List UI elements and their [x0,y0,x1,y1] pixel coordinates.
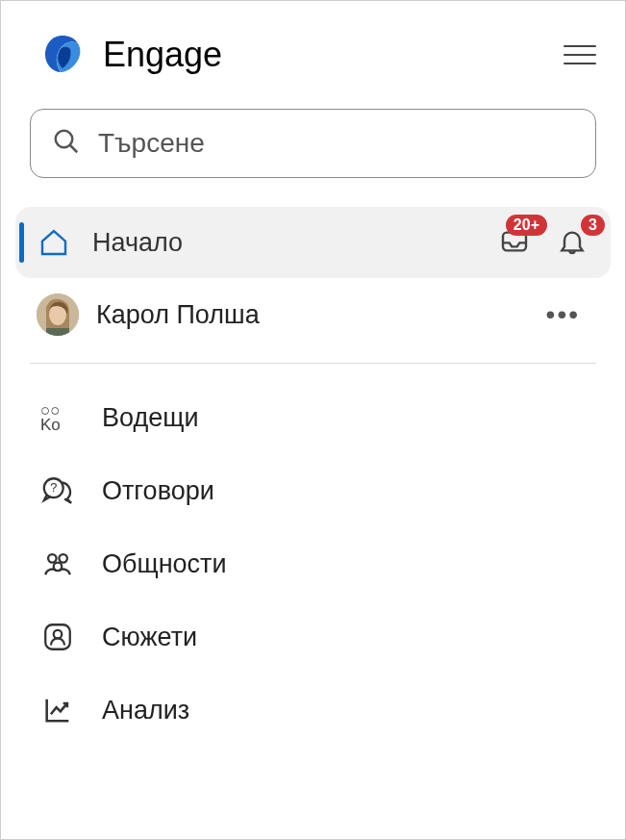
menu-item-answers[interactable]: ? Отговори [15,454,611,527]
menu-item-leaders[interactable]: ○○Ko Водещи [15,381,611,454]
menu-communities-label: Общности [102,549,227,579]
menu-item-analytics[interactable]: Анализ [15,674,611,747]
app-title: Engage [103,35,222,75]
svg-point-9 [59,554,67,563]
svg-point-8 [48,554,57,563]
svg-text:?: ? [50,480,57,495]
search-container [1,109,625,207]
nav-home-label: Начало [92,228,478,258]
nav-actions: 20+ 3 [499,226,589,259]
menu-item-storylines[interactable]: Сюжети [15,600,611,674]
primary-nav: Начало 20+ 3 [1,207,625,351]
analytics-icon [40,693,75,727]
home-icon [37,225,71,260]
app-header: Engage [1,20,625,109]
active-indicator [19,222,24,263]
menu-item-communities[interactable]: Общности [15,527,611,600]
inbox-button[interactable]: 20+ [499,226,532,259]
menu-leaders-label: Водещи [102,403,199,433]
svg-rect-11 [45,624,70,649]
engage-logo-icon [39,30,86,80]
svg-line-1 [70,145,78,153]
leaders-icon: ○○Ko [40,400,75,435]
notifications-button[interactable]: 3 [557,226,589,259]
svg-point-0 [56,131,73,148]
user-more-button[interactable]: ••• [537,299,589,330]
svg-rect-5 [46,328,69,336]
search-box[interactable] [30,109,596,178]
search-input[interactable] [98,128,574,159]
storylines-icon [40,620,75,654]
brand: Engage [39,30,222,80]
bell-icon [557,243,588,260]
search-icon [52,127,81,160]
nav-item-home[interactable]: Начало 20+ 3 [15,207,611,278]
nav-item-user[interactable]: Карол Полша ••• [15,278,611,351]
hamburger-menu-button[interactable] [563,45,596,64]
answers-icon: ? [40,473,75,508]
menu-answers-label: Отговори [102,476,214,506]
inbox-badge: 20+ [506,215,547,236]
svg-point-12 [54,630,63,639]
menu-storylines-label: Сюжети [102,623,197,652]
notifications-badge: 3 [581,215,605,236]
avatar [37,293,79,336]
divider [30,363,596,364]
user-name-label: Карол Полша [96,300,519,330]
menu: ○○Ko Водещи ? Отговори Общности [1,381,625,747]
communities-icon [40,547,75,581]
inbox-icon [499,243,530,260]
menu-analytics-label: Анализ [102,696,189,725]
